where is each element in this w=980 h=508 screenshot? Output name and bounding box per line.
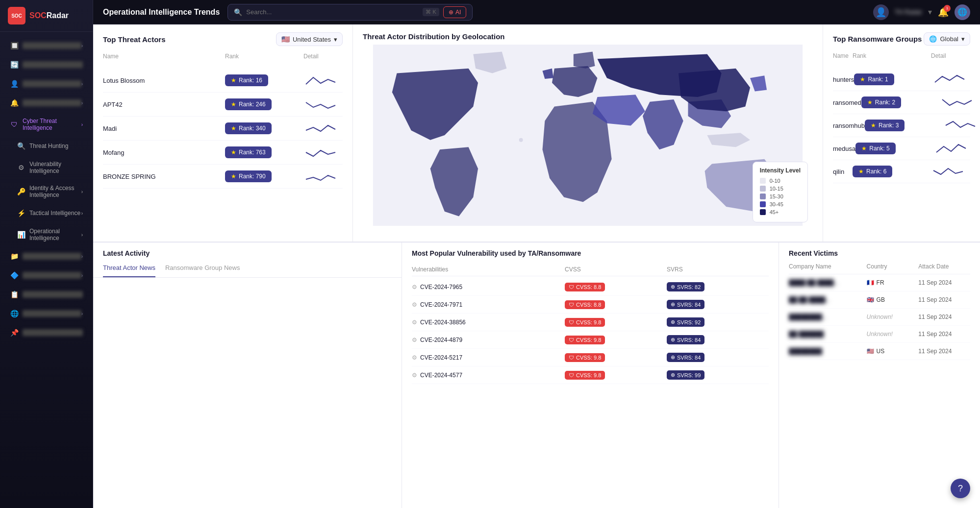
svrs-val-3: SVRS: 84 [677, 337, 701, 343]
sidebar-item-4[interactable]: 🔔 ████ ██ › [3, 94, 90, 112]
activity-tabs: Threat Actor News Ransomware Group News [93, 259, 402, 278]
sidebar-item-11[interactable]: 🔷 ██████ › [3, 266, 90, 285]
cvss-badge-2[interactable]: 🛡 CVSS: 9.8 [565, 318, 605, 327]
rank-badge-3[interactable]: ★ Rank: 763 [225, 146, 272, 158]
vuln-section: Most Popular Vulnerability used by TA/Ra… [402, 242, 779, 508]
svg-point-1 [519, 138, 523, 142]
ai-button[interactable]: ⊕ AI [443, 6, 466, 18]
svrs-badge-3[interactable]: ⊕ SVRS: 84 [667, 335, 704, 344]
rw-rank-badge-3[interactable]: ★ Rank: 5 [855, 143, 895, 154]
rank-badge-1[interactable]: ★ Rank: 246 [225, 98, 272, 110]
legend-item-0: 0-10 [760, 178, 801, 184]
sidebar-item-ti[interactable]: ⚡ Tactical Intelligence › [3, 204, 90, 222]
cvss-badge-1[interactable]: 🛡 CVSS: 8.8 [565, 300, 605, 309]
victim-name-2: ████████... [789, 314, 867, 320]
nav-icon-iai: 🔑 [17, 187, 25, 196]
header: Operational Intelligence Trends 🔍 ⌘ K ⊕ … [93, 0, 980, 24]
cvss-badge-5[interactable]: 🛡 CVSS: 9.8 [565, 371, 605, 380]
svrs-badge-0[interactable]: ⊕ SVRS: 82 [667, 282, 704, 291]
ransomware-table-header: Name Rank Detail [833, 52, 970, 63]
cvss-shield-2: 🛡 [569, 319, 574, 325]
rank-badge-0[interactable]: ★ Rank: 16 [225, 74, 268, 86]
nav-icon-ti: ⚡ [17, 209, 25, 218]
sidebar-item-14[interactable]: 📌 ████ ██████ ██ [3, 323, 90, 342]
col-rank: Rank [225, 53, 303, 60]
svrs-icon-4: ⊕ [671, 354, 675, 361]
svrs-badge-1[interactable]: ⊕ SVRS: 84 [667, 300, 704, 309]
sidebar-item-12[interactable]: 📋 ██ ████ [3, 285, 90, 304]
legend-item-1: 10-15 [760, 186, 801, 192]
ransomware-title-row: Top Ransomware Groups 🌐 Global ▾ [833, 32, 970, 46]
actor-name-1: APT42 [103, 101, 225, 108]
rw-rank-3: Rank: 5 [869, 145, 889, 152]
sidebar-item-3[interactable]: 👤 ██████ ██ › [3, 74, 90, 93]
vuln-col-vuln: Vulnerabilities [412, 266, 565, 273]
user-avatar-2[interactable]: 🌐 [955, 4, 970, 20]
nav-label-th: Threat Hunting [29, 143, 83, 149]
sidebar-item-vi[interactable]: ⚙ Vulnerability Intelligence [3, 156, 90, 179]
sidebar-nav: 🔲 ████ › 🔄 ██████ 👤 ██████ ██ › 🔔 ████ █… [0, 32, 93, 508]
help-icon: ? [958, 484, 963, 494]
cvss-badge-4[interactable]: 🛡 CVSS: 9.8 [565, 353, 605, 362]
rank-label-1: Rank: 246 [239, 101, 266, 108]
nav-label-oi: Operational Intelligence [29, 228, 81, 242]
victim-date-0: 11 Sep 2024 [918, 279, 970, 286]
search-input[interactable] [246, 8, 418, 16]
cvss-badge-3[interactable]: 🛡 CVSS: 9.8 [565, 336, 605, 344]
threat-table-header: Name Rank Detail [103, 53, 343, 64]
threat-actors-header: Top Threat Actors 🇺🇸 United States ▾ Nam… [93, 24, 352, 69]
table-row: ██ ██ ████... 🇬🇧 GB 11 Sep 2024 [789, 291, 970, 309]
tab-ransomware-group-news[interactable]: Ransomware Group News [165, 259, 240, 277]
svrs-badge-2[interactable]: ⊕ SVRS: 92 [667, 317, 704, 327]
search-shortcut: ⌘ K [423, 8, 439, 16]
global-filter[interactable]: 🌐 Global ▾ [924, 32, 970, 46]
svrs-val-0: SVRS: 82 [677, 284, 701, 290]
sidebar-item-th[interactable]: 🔍 Threat Hunting [3, 137, 90, 155]
victim-flag-0: 🇫🇷 [867, 279, 874, 286]
rw-rank-badge-1[interactable]: ★ Rank: 2 [861, 97, 901, 108]
sidebar-item-10[interactable]: 📁 ██████ ████ › [3, 247, 90, 266]
chevron-4: › [81, 100, 83, 106]
cvss-badge-0[interactable]: 🛡 CVSS: 8.8 [565, 283, 605, 291]
sidebar-item-oi[interactable]: 📊 Operational Intelligence › [3, 223, 90, 246]
cvss-val-0: CVSS: 8.8 [576, 284, 601, 290]
nav-label-14: ████ ██████ ██ [23, 329, 83, 336]
tab-threat-actor-news[interactable]: Threat Actor News [103, 259, 155, 277]
sidebar-item-2[interactable]: 🔄 ██████ [3, 55, 90, 74]
rank-badge-2[interactable]: ★ Rank: 340 [225, 122, 272, 134]
victim-country-code-4: US [877, 348, 885, 355]
rw-rank-badge-2[interactable]: ★ Rank: 3 [865, 120, 905, 131]
table-row: BRONZE SPRING ★ Rank: 790 [103, 165, 343, 189]
victim-name-0: ████ ██ ████... [789, 279, 867, 286]
help-button[interactable]: ? [951, 479, 970, 498]
ransomware-list: hunters ★ Rank: 1 ransomed [823, 68, 980, 183]
cvss-val-1: CVSS: 8.8 [576, 302, 601, 308]
nav-label-iai: Identity & Access Intelligence [29, 185, 81, 198]
rank-badge-4[interactable]: ★ Rank: 790 [225, 170, 272, 182]
rw-col-rank: Rank [853, 52, 931, 59]
svrs-badge-5[interactable]: ⊕ SVRS: 99 [667, 370, 704, 380]
svrs-icon-5: ⊕ [671, 372, 675, 378]
nav-label-cti: Cyber Threat Intelligence [23, 118, 81, 131]
svrs-icon-2: ⊕ [671, 319, 675, 325]
logo-area: SOC SOCRadar [0, 0, 93, 32]
legend-color-3 [760, 201, 766, 207]
rw-rank-badge-0[interactable]: ★ Rank: 1 [854, 73, 894, 85]
sidebar-item-13[interactable]: 🌐 ████ ██████ › [3, 304, 90, 323]
sidebar-item-1[interactable]: 🔲 ████ › [3, 36, 90, 55]
notification-bell[interactable]: 🔔 1 [938, 7, 949, 18]
victim-country-0: 🇫🇷 FR [867, 279, 919, 286]
rw-rank-badge-4[interactable]: ★ Rank: 6 [853, 166, 892, 177]
rank-star-4: ★ [231, 173, 236, 180]
sidebar-item-cti[interactable]: 🛡 Cyber Threat Intelligence › [3, 113, 90, 136]
avatar[interactable]: 👤 [873, 4, 889, 20]
sidebar-item-iai[interactable]: 🔑 Identity & Access Intelligence › [3, 180, 90, 203]
svrs-badge-4[interactable]: ⊕ SVRS: 84 [667, 353, 704, 362]
country-filter[interactable]: 🇺🇸 United States ▾ [276, 32, 343, 46]
cve-icon-2: ⚙ [412, 319, 417, 326]
cve-cell-1: ⚙ CVE-2024-7971 [412, 301, 565, 308]
dropdown-chevron[interactable]: ▾ [928, 7, 932, 17]
cve-cell-4: ⚙ CVE-2024-5217 [412, 354, 565, 361]
cvss-val-2: CVSS: 9.8 [576, 319, 601, 325]
table-row: ████████... Unknown! 11 Sep 2024 [789, 309, 970, 326]
